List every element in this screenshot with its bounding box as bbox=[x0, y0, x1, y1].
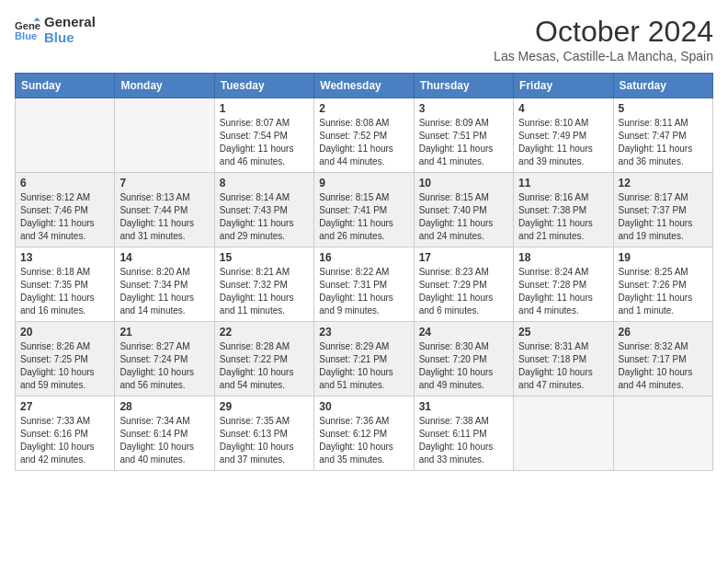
day-number: 30 bbox=[319, 400, 408, 413]
calendar-cell: 9 Sunrise: 8:15 AM Sunset: 7:41 PM Dayli… bbox=[314, 173, 414, 247]
logo-line1: General bbox=[44, 15, 96, 30]
day-number: 23 bbox=[319, 326, 408, 339]
day-number: 16 bbox=[319, 251, 408, 264]
calendar-cell: 23 Sunrise: 8:29 AM Sunset: 7:21 PM Dayl… bbox=[314, 322, 414, 396]
day-number: 2 bbox=[319, 102, 408, 115]
title-block: October 2024 Las Mesas, Castille-La Manc… bbox=[494, 15, 713, 63]
day-info: Sunrise: 8:11 AM Sunset: 7:47 PM Dayligh… bbox=[619, 117, 708, 168]
calendar-cell: 17 Sunrise: 8:23 AM Sunset: 7:29 PM Dayl… bbox=[414, 247, 513, 322]
day-number: 8 bbox=[220, 177, 309, 190]
calendar-week-row: 6 Sunrise: 8:12 AM Sunset: 7:46 PM Dayli… bbox=[16, 173, 713, 247]
calendar-cell: 6 Sunrise: 8:12 AM Sunset: 7:46 PM Dayli… bbox=[16, 173, 115, 247]
col-tuesday: Tuesday bbox=[214, 74, 313, 98]
day-info: Sunrise: 8:27 AM Sunset: 7:24 PM Dayligh… bbox=[119, 340, 209, 392]
day-info: Sunrise: 8:28 AM Sunset: 7:22 PM Dayligh… bbox=[220, 340, 309, 392]
logo-icon: General Blue bbox=[15, 17, 40, 43]
calendar-cell bbox=[115, 98, 214, 173]
calendar-cell: 4 Sunrise: 8:10 AM Sunset: 7:49 PM Dayli… bbox=[514, 98, 613, 173]
calendar-cell: 31 Sunrise: 7:38 AM Sunset: 6:11 PM Dayl… bbox=[414, 396, 513, 471]
day-info: Sunrise: 7:34 AM Sunset: 6:14 PM Dayligh… bbox=[119, 415, 209, 466]
day-info: Sunrise: 8:08 AM Sunset: 7:52 PM Dayligh… bbox=[319, 117, 408, 168]
day-info: Sunrise: 8:13 AM Sunset: 7:44 PM Dayligh… bbox=[119, 191, 209, 243]
col-sunday: Sunday bbox=[16, 74, 115, 98]
day-number: 24 bbox=[419, 326, 508, 339]
day-info: Sunrise: 8:25 AM Sunset: 7:26 PM Dayligh… bbox=[619, 266, 708, 317]
day-number: 22 bbox=[220, 326, 309, 339]
svg-text:Blue: Blue bbox=[15, 30, 37, 41]
calendar-cell: 27 Sunrise: 7:33 AM Sunset: 6:16 PM Dayl… bbox=[16, 396, 115, 471]
day-number: 19 bbox=[619, 251, 708, 264]
calendar-cell: 8 Sunrise: 8:14 AM Sunset: 7:43 PM Dayli… bbox=[214, 173, 313, 247]
day-number: 1 bbox=[220, 102, 309, 115]
day-number: 17 bbox=[419, 251, 508, 264]
calendar-cell: 2 Sunrise: 8:08 AM Sunset: 7:52 PM Dayli… bbox=[314, 98, 414, 173]
col-friday: Friday bbox=[514, 74, 613, 98]
calendar-cell: 13 Sunrise: 8:18 AM Sunset: 7:35 PM Dayl… bbox=[16, 247, 115, 322]
day-number: 28 bbox=[119, 400, 209, 413]
day-info: Sunrise: 8:22 AM Sunset: 7:31 PM Dayligh… bbox=[319, 266, 408, 317]
calendar-cell: 25 Sunrise: 8:31 AM Sunset: 7:18 PM Dayl… bbox=[514, 322, 613, 396]
calendar-table: Sunday Monday Tuesday Wednesday Thursday… bbox=[15, 73, 713, 471]
logo: General Blue General Blue bbox=[15, 15, 96, 45]
calendar-cell: 11 Sunrise: 8:16 AM Sunset: 7:38 PM Dayl… bbox=[514, 173, 613, 247]
calendar-week-row: 1 Sunrise: 8:07 AM Sunset: 7:54 PM Dayli… bbox=[16, 98, 713, 173]
day-number: 4 bbox=[518, 102, 608, 115]
day-number: 11 bbox=[518, 177, 608, 190]
day-number: 31 bbox=[419, 400, 508, 413]
col-thursday: Thursday bbox=[414, 74, 513, 98]
calendar-cell: 21 Sunrise: 8:27 AM Sunset: 7:24 PM Dayl… bbox=[115, 322, 214, 396]
calendar-cell: 29 Sunrise: 7:35 AM Sunset: 6:13 PM Dayl… bbox=[214, 396, 313, 471]
day-info: Sunrise: 8:24 AM Sunset: 7:28 PM Dayligh… bbox=[518, 266, 608, 317]
day-info: Sunrise: 8:12 AM Sunset: 7:46 PM Dayligh… bbox=[20, 191, 109, 243]
day-info: Sunrise: 8:15 AM Sunset: 7:40 PM Dayligh… bbox=[419, 191, 508, 243]
col-wednesday: Wednesday bbox=[314, 74, 414, 98]
day-number: 3 bbox=[419, 102, 508, 115]
calendar-cell: 30 Sunrise: 7:36 AM Sunset: 6:12 PM Dayl… bbox=[314, 396, 414, 471]
calendar-week-row: 20 Sunrise: 8:26 AM Sunset: 7:25 PM Dayl… bbox=[16, 322, 713, 396]
calendar-cell: 19 Sunrise: 8:25 AM Sunset: 7:26 PM Dayl… bbox=[613, 247, 712, 322]
calendar-cell: 3 Sunrise: 8:09 AM Sunset: 7:51 PM Dayli… bbox=[414, 98, 513, 173]
day-info: Sunrise: 8:17 AM Sunset: 7:37 PM Dayligh… bbox=[619, 191, 708, 243]
day-number: 15 bbox=[220, 251, 309, 264]
day-info: Sunrise: 8:07 AM Sunset: 7:54 PM Dayligh… bbox=[220, 117, 309, 168]
calendar-cell: 14 Sunrise: 8:20 AM Sunset: 7:34 PM Dayl… bbox=[115, 247, 214, 322]
calendar-cell: 20 Sunrise: 8:26 AM Sunset: 7:25 PM Dayl… bbox=[16, 322, 115, 396]
day-number: 14 bbox=[119, 251, 209, 264]
calendar-week-row: 13 Sunrise: 8:18 AM Sunset: 7:35 PM Dayl… bbox=[16, 247, 713, 322]
location: Las Mesas, Castille-La Mancha, Spain bbox=[494, 49, 713, 63]
day-info: Sunrise: 8:31 AM Sunset: 7:18 PM Dayligh… bbox=[518, 340, 608, 392]
calendar-cell bbox=[514, 396, 613, 471]
day-info: Sunrise: 8:29 AM Sunset: 7:21 PM Dayligh… bbox=[319, 340, 408, 392]
day-info: Sunrise: 7:35 AM Sunset: 6:13 PM Dayligh… bbox=[220, 415, 309, 466]
day-info: Sunrise: 8:26 AM Sunset: 7:25 PM Dayligh… bbox=[20, 340, 109, 392]
calendar-cell: 28 Sunrise: 7:34 AM Sunset: 6:14 PM Dayl… bbox=[115, 396, 214, 471]
day-info: Sunrise: 8:23 AM Sunset: 7:29 PM Dayligh… bbox=[419, 266, 508, 317]
day-number: 12 bbox=[619, 177, 708, 190]
calendar-cell: 16 Sunrise: 8:22 AM Sunset: 7:31 PM Dayl… bbox=[314, 247, 414, 322]
day-info: Sunrise: 8:16 AM Sunset: 7:38 PM Dayligh… bbox=[518, 191, 608, 243]
calendar-cell: 1 Sunrise: 8:07 AM Sunset: 7:54 PM Dayli… bbox=[214, 98, 313, 173]
col-saturday: Saturday bbox=[613, 74, 712, 98]
calendar-cell bbox=[16, 98, 115, 173]
calendar-cell: 10 Sunrise: 8:15 AM Sunset: 7:40 PM Dayl… bbox=[414, 173, 513, 247]
logo-line2: Blue bbox=[44, 30, 96, 46]
day-number: 6 bbox=[20, 177, 109, 190]
calendar-week-row: 27 Sunrise: 7:33 AM Sunset: 6:16 PM Dayl… bbox=[16, 396, 713, 471]
svg-text:General: General bbox=[15, 20, 40, 31]
day-number: 13 bbox=[20, 251, 109, 264]
day-info: Sunrise: 8:18 AM Sunset: 7:35 PM Dayligh… bbox=[20, 266, 109, 317]
day-number: 27 bbox=[20, 400, 109, 413]
calendar-cell: 5 Sunrise: 8:11 AM Sunset: 7:47 PM Dayli… bbox=[613, 98, 712, 173]
calendar-cell bbox=[613, 396, 712, 471]
col-monday: Monday bbox=[115, 74, 214, 98]
day-number: 20 bbox=[20, 326, 109, 339]
day-info: Sunrise: 8:21 AM Sunset: 7:32 PM Dayligh… bbox=[220, 266, 309, 317]
day-info: Sunrise: 8:20 AM Sunset: 7:34 PM Dayligh… bbox=[119, 266, 209, 317]
day-info: Sunrise: 8:15 AM Sunset: 7:41 PM Dayligh… bbox=[319, 191, 408, 243]
day-number: 25 bbox=[518, 326, 608, 339]
calendar-cell: 12 Sunrise: 8:17 AM Sunset: 7:37 PM Dayl… bbox=[613, 173, 712, 247]
day-number: 26 bbox=[619, 326, 708, 339]
day-info: Sunrise: 7:38 AM Sunset: 6:11 PM Dayligh… bbox=[419, 415, 508, 466]
day-info: Sunrise: 8:32 AM Sunset: 7:17 PM Dayligh… bbox=[619, 340, 708, 392]
month-title: October 2024 bbox=[494, 15, 713, 49]
